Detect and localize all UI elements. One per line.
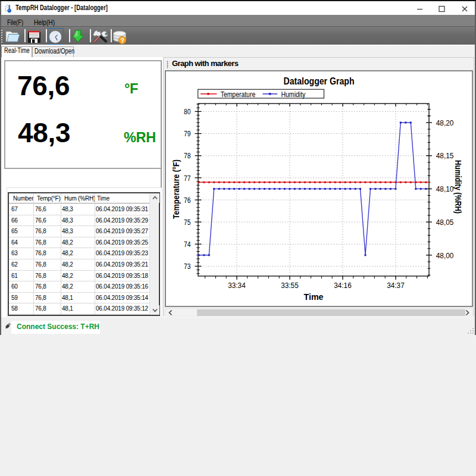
svg-text:Temperature: Temperature xyxy=(221,90,256,99)
svg-text:33:55: 33:55 xyxy=(281,281,298,290)
svg-text:Temperature (°F): Temperature (°F) xyxy=(171,159,181,219)
svg-text:78: 78 xyxy=(184,151,191,160)
svg-text:48,15: 48,15 xyxy=(436,151,454,160)
svg-text:Datalogger Graph: Datalogger Graph xyxy=(284,76,355,86)
svg-text:48,20: 48,20 xyxy=(436,118,454,127)
svg-text:73: 73 xyxy=(184,262,191,271)
svg-text:Humidity: Humidity xyxy=(281,90,306,99)
svg-text:48,05: 48,05 xyxy=(436,218,454,227)
svg-text:77: 77 xyxy=(184,174,191,183)
svg-text:?: ? xyxy=(120,37,124,44)
svg-text:34:16: 34:16 xyxy=(334,281,351,290)
svg-text:48,10: 48,10 xyxy=(436,184,454,193)
svg-text:80: 80 xyxy=(184,107,191,116)
svg-text:75: 75 xyxy=(184,218,191,227)
svg-text:76: 76 xyxy=(184,196,191,205)
svg-text:33:34: 33:34 xyxy=(228,281,245,290)
svg-text:74: 74 xyxy=(184,240,191,249)
svg-text:48,00: 48,00 xyxy=(436,251,454,260)
svg-text:79: 79 xyxy=(184,129,191,138)
svg-text:34:37: 34:37 xyxy=(387,281,404,290)
svg-text:Time: Time xyxy=(304,292,324,302)
svg-text:Humidity (%RH): Humidity (%RH) xyxy=(453,160,463,214)
